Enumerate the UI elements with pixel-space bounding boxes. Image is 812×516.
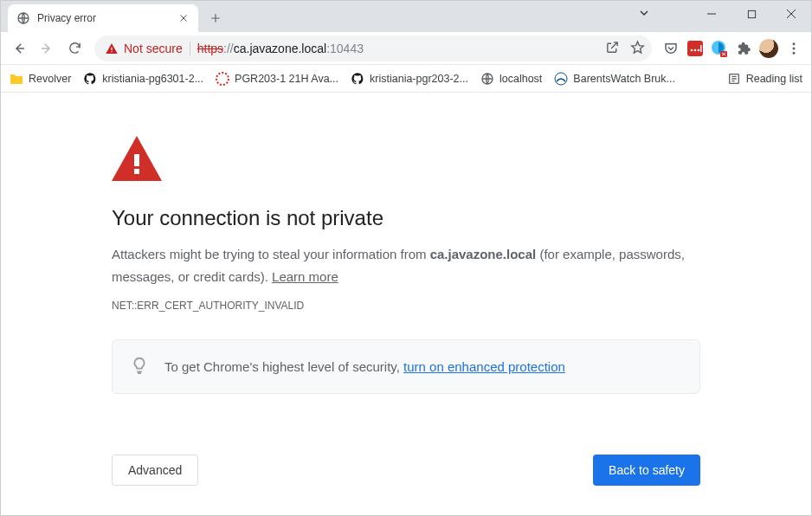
back-button[interactable] — [6, 35, 32, 61]
profile-avatar[interactable] — [759, 39, 778, 58]
bookmark-star-icon[interactable] — [630, 40, 645, 57]
minimize-button[interactable] — [692, 1, 731, 27]
svg-point-3 — [691, 48, 693, 51]
error-code: NET::ERR_CERT_AUTHORITY_INVALID — [112, 300, 700, 312]
titlebar: Privacy error — [1, 1, 811, 32]
bookmark-item[interactable]: localhost — [480, 72, 542, 86]
advanced-button[interactable]: Advanced — [112, 455, 198, 486]
warning-triangle-icon — [112, 136, 700, 184]
svg-rect-16 — [134, 154, 139, 166]
reading-list-icon — [727, 72, 741, 86]
globe-icon — [16, 11, 30, 25]
github-icon — [83, 72, 97, 86]
security-label: Not secure — [124, 42, 183, 55]
globe-icon — [480, 72, 494, 86]
svg-point-9 — [793, 42, 796, 45]
svg-rect-1 — [748, 10, 755, 17]
site-icon — [554, 72, 568, 86]
svg-point-5 — [698, 48, 700, 51]
lastpass-icon[interactable] — [686, 40, 704, 57]
url-text: https://ca.javazone.local:10443 — [197, 42, 364, 55]
github-icon — [351, 72, 364, 86]
bookmark-item[interactable]: BarentsWatch Bruk... — [554, 72, 675, 86]
back-to-safety-button[interactable]: Back to safety — [593, 455, 700, 486]
bookmark-item[interactable]: kristiania-pgr203-2... — [351, 72, 468, 86]
svg-point-12 — [216, 73, 229, 85]
window-controls — [692, 1, 811, 27]
address-bar[interactable]: Not secure https://ca.javazone.local:104… — [94, 35, 652, 61]
extensions-puzzle-icon[interactable] — [735, 40, 752, 57]
reading-list-button[interactable]: Reading list — [727, 72, 802, 86]
lightbulb-icon — [130, 356, 149, 377]
tab-title: Privacy error — [37, 12, 171, 24]
extension-icon[interactable] — [711, 40, 728, 57]
tab-search-icon[interactable] — [637, 6, 651, 23]
forward-button[interactable] — [34, 35, 60, 61]
page-content: Your connection is not private Attackers… — [1, 93, 811, 515]
maximize-button[interactable] — [731, 1, 771, 27]
bookmarks-bar: Revolver kristiania-pg6301-2... PGR203-1… — [1, 65, 811, 93]
svg-rect-17 — [134, 169, 139, 174]
page-heading: Your connection is not private — [112, 206, 700, 230]
svg-point-11 — [793, 51, 796, 54]
canvas-icon — [216, 72, 229, 86]
svg-point-10 — [793, 47, 796, 49]
bookmark-item[interactable]: kristiania-pg6301-2... — [83, 72, 203, 86]
extensions-area — [659, 39, 806, 58]
folder-icon — [10, 72, 23, 86]
divider — [190, 42, 190, 55]
svg-point-4 — [694, 48, 697, 51]
close-tab-icon[interactable] — [177, 12, 190, 24]
security-tip-box: To get Chrome's highest level of securit… — [112, 339, 700, 394]
share-icon[interactable] — [605, 40, 620, 57]
pocket-icon[interactable] — [662, 40, 680, 57]
security-indicator[interactable]: Not secure — [105, 42, 183, 55]
close-window-button[interactable] — [771, 1, 811, 27]
learn-more-link[interactable]: Learn more — [272, 269, 338, 284]
bookmark-item[interactable]: PGR203-1 21H Ava... — [216, 72, 338, 86]
svg-rect-6 — [700, 45, 702, 52]
page-description: Attackers might be trying to steal your … — [112, 243, 700, 287]
browser-tab[interactable]: Privacy error — [8, 4, 198, 32]
menu-icon[interactable] — [785, 40, 802, 57]
enhanced-protection-link[interactable]: turn on enhanced protection — [403, 359, 565, 374]
new-tab-button[interactable] — [203, 6, 228, 30]
reload-button[interactable] — [61, 35, 87, 61]
warning-triangle-icon — [105, 42, 119, 55]
toolbar: Not secure https://ca.javazone.local:104… — [1, 32, 811, 65]
bookmark-item[interactable]: Revolver — [10, 72, 71, 86]
